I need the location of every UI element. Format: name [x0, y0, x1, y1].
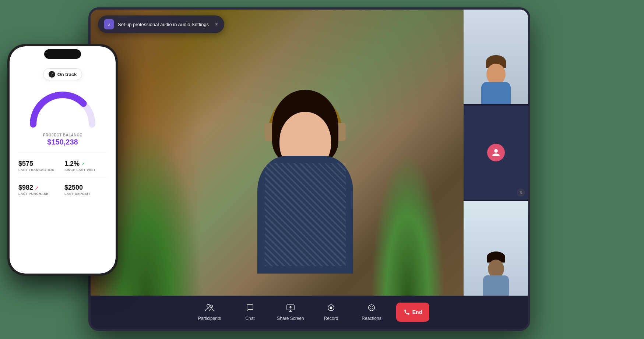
svg-point-1 — [210, 305, 213, 307]
mute-indicator — [517, 189, 525, 197]
meeting-toolbar: Participants Chat Shar — [91, 296, 528, 329]
tablet-frame: ♪ Set up professional audio in Audio Set… — [88, 7, 530, 331]
side-thumbnails — [464, 10, 528, 296]
plant-right — [370, 153, 445, 296]
stat-last-purchase: $982 ↗ LAST PURCHASE — [18, 184, 61, 196]
reactions-button[interactable]: Reactions — [351, 299, 392, 325]
gauge-svg — [26, 88, 99, 132]
sweater-pattern — [265, 163, 346, 266]
share-screen-icon — [286, 304, 295, 314]
participant-1-video — [464, 10, 528, 104]
on-track-badge: ✓ On track — [43, 68, 82, 80]
gauge-chart — [26, 88, 99, 132]
phone-content: ✓ On track PROJECT BALANCE $150,238 $575 — [10, 46, 116, 274]
participant-thumbnail-3[interactable] — [464, 201, 528, 296]
svg-point-4 — [330, 307, 332, 309]
stat-row-3: $982 ↗ — [18, 184, 61, 192]
end-label: End — [412, 309, 422, 315]
notification-close-button[interactable]: × — [215, 21, 218, 28]
divider-2 — [18, 178, 107, 178]
stat-last-deposit: $2500 LAST DEPOSIT — [64, 184, 107, 196]
participant-thumbnail-1[interactable] — [464, 10, 528, 104]
check-icon: ✓ — [49, 71, 55, 78]
share-screen-button[interactable]: Share Screen — [270, 299, 311, 325]
person1-body — [481, 82, 511, 104]
audio-settings-icon: ♪ — [104, 19, 114, 29]
stat-label-4: LAST DEPOSIT — [64, 192, 107, 196]
phone-screen: ✓ On track PROJECT BALANCE $150,238 $575 — [10, 46, 116, 274]
stat-amount-3: $982 — [18, 184, 33, 192]
chat-icon — [246, 304, 254, 314]
balance-value: $150,238 — [47, 138, 78, 146]
reactions-label: Reactions — [362, 316, 381, 321]
phone-frame: ✓ On track PROJECT BALANCE $150,238 $575 — [7, 44, 118, 276]
reactions-icon — [367, 304, 376, 314]
svg-point-5 — [369, 304, 375, 311]
stat-amount-1: $575 — [18, 160, 61, 168]
tablet-screen: ♪ Set up professional audio in Audio Set… — [91, 10, 528, 329]
main-participant-video — [235, 90, 375, 274]
main-video: ♪ Set up professional audio in Audio Set… — [91, 10, 464, 296]
trend-up-red-icon: ↗ — [35, 185, 39, 191]
share-screen-label: Share Screen — [277, 316, 304, 321]
phone-notch — [44, 49, 81, 59]
stat-since-last-visit: 1.2% ↗ SINCE LAST VISIT — [64, 160, 107, 172]
stats-grid: $575 LAST TRANSACTION 1.2% ↗ SINCE LAST … — [10, 153, 116, 196]
stat-last-transaction: $575 LAST TRANSACTION — [18, 160, 61, 172]
participants-label: Participants — [198, 316, 221, 321]
participant-2-avatar — [487, 144, 505, 161]
record-icon — [327, 304, 335, 314]
stat-amount-4: $2500 — [64, 184, 107, 192]
notification-banner[interactable]: ♪ Set up professional audio in Audio Set… — [98, 15, 224, 33]
participants-button[interactable]: Participants — [189, 299, 230, 325]
record-button[interactable]: Record — [311, 299, 351, 325]
person-body — [257, 156, 353, 274]
notification-text: Set up professional audio in Audio Setti… — [118, 22, 209, 27]
end-call-button[interactable]: End — [396, 303, 429, 322]
person3-body — [483, 275, 509, 296]
participant-thumbnail-2[interactable] — [464, 106, 528, 200]
stat-label-2: SINCE LAST VISIT — [64, 168, 107, 172]
video-area: ♪ Set up professional audio in Audio Set… — [91, 10, 528, 296]
chat-label: Chat — [245, 316, 254, 321]
svg-point-0 — [207, 304, 210, 307]
chat-button[interactable]: Chat — [230, 299, 270, 325]
stat-row-2: 1.2% ↗ — [64, 160, 107, 168]
stat-label-3: LAST PURCHASE — [18, 192, 61, 196]
record-label: Record — [324, 316, 338, 321]
stat-label-1: LAST TRANSACTION — [18, 168, 61, 172]
stat-amount-2: 1.2% — [64, 160, 80, 168]
participants-icon — [205, 304, 214, 314]
balance-label: PROJECT BALANCE — [43, 133, 82, 137]
on-track-text: On track — [57, 72, 77, 77]
trend-up-green-icon: ↗ — [81, 161, 85, 167]
